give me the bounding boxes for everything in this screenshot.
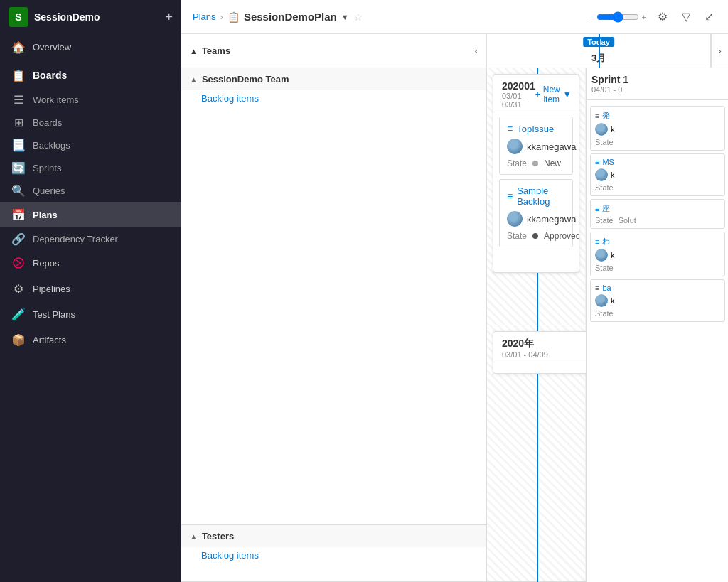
side-item-user-4: k xyxy=(595,249,720,262)
side-item-user-5: k xyxy=(595,294,720,307)
pipelines-icon: ⚙ xyxy=(11,281,26,296)
zoom-plus: + xyxy=(642,13,646,21)
work-item-user-row-topissue: kkamegawa xyxy=(507,139,565,154)
side-item-state-4: State xyxy=(595,264,720,272)
username-topissue: kkamegawa xyxy=(527,141,576,152)
teams-nav-left[interactable]: ‹ xyxy=(475,45,478,56)
testers-sprint-title-area: 2020年 03/01 - 04/09 xyxy=(502,338,548,359)
work-item-title-row-topissue: ≡ TopIssue xyxy=(507,123,565,134)
zoom-slider-container: – + xyxy=(589,11,646,23)
sidebar-item-dependency-tracker[interactable]: 🔗 Dependency Tracker xyxy=(0,227,181,250)
breadcrumb-parent[interactable]: Plans xyxy=(193,11,216,22)
sprint1-date: 04/01 - 0 xyxy=(592,85,724,94)
sprint-card-202001: 202001 03/01 - 03/31 + New item ▼ xyxy=(493,74,579,273)
work-item-title-sample[interactable]: Sample Backlog xyxy=(517,185,565,207)
timeline-row-sessiondemo: 202001 03/01 - 03/31 + New item ▼ xyxy=(487,68,586,325)
team-header-testers[interactable]: ▲ Testers xyxy=(181,525,486,547)
breadcrumb-table-icon: 📋 xyxy=(228,11,240,23)
state-label-topissue: State xyxy=(507,158,527,168)
filter-button[interactable]: ▽ xyxy=(679,7,693,26)
sidebar-item-overview[interactable]: 🏠 Overview xyxy=(0,34,181,60)
side-avatar-2 xyxy=(595,168,608,181)
zoom-minus: – xyxy=(589,13,593,21)
sidebar-item-artifacts-label: Artifacts xyxy=(33,335,66,345)
expand-button[interactable]: ⤢ xyxy=(702,7,717,26)
sidebar-item-repos[interactable]: Repos xyxy=(0,250,181,276)
boards-section-icon: 📋 xyxy=(11,68,26,82)
timeline-nav-right[interactable]: › xyxy=(711,34,728,68)
sidebar-item-sprints-label: Sprints xyxy=(33,163,61,173)
sidebar-header: S SessionDemo + xyxy=(0,0,181,34)
artifacts-icon: 📦 xyxy=(11,333,26,347)
sidebar-section-boards[interactable]: 📋 Boards xyxy=(0,63,181,88)
timeline-row-testers: 2020年 03/01 - 04/09 xyxy=(487,325,586,583)
sprint1-header: Sprint 1 04/01 - 0 xyxy=(587,68,728,100)
team-section-testers: ▲ Testers Backlog items xyxy=(181,525,486,582)
sidebar-item-artifacts[interactable]: 📦 Artifacts xyxy=(0,327,181,352)
timeline-grid: 202001 03/01 - 03/31 + New item ▼ xyxy=(487,68,586,582)
topbar-controls: – + ⚙ ▽ ⤢ xyxy=(589,7,717,26)
sidebar-item-dependency-tracker-label: Dependency Tracker xyxy=(33,234,118,244)
timeline-body: ▲ SessionDemo Team Backlog items ▲ Teste… xyxy=(181,68,728,582)
dropdown-chevron-icon[interactable]: ▼ xyxy=(341,13,349,21)
sidebar-item-overview-label: Overview xyxy=(33,42,71,53)
sidebar-item-backlogs[interactable]: 📃 Backlogs xyxy=(0,134,181,156)
sidebar-item-queries[interactable]: 🔍 Queries xyxy=(0,179,181,202)
add-project-button[interactable]: + xyxy=(165,10,173,25)
zoom-slider[interactable] xyxy=(596,11,639,23)
month-march-col: Today 3月 xyxy=(487,34,711,68)
testers-sprint-title: 2020年 xyxy=(502,338,548,350)
team-name-testers: Testers xyxy=(202,531,234,541)
side-item-title-3: ≡ 座 xyxy=(595,203,720,214)
side-item-3: ≡ 座 State Solut xyxy=(590,199,725,229)
side-item-1: ≡ 発 k State xyxy=(590,106,725,151)
side-item-icon-5: ≡ xyxy=(595,284,599,292)
right-column: Sprint 1 04/01 - 0 ≡ 発 k xyxy=(586,68,728,582)
side-item-title-1: ≡ 発 xyxy=(595,110,720,121)
sprint-header-controls: + New item ▼ ✕ xyxy=(535,85,579,104)
new-item-button[interactable]: + New item ▼ xyxy=(535,85,572,104)
side-item-title-5: ≡ ba xyxy=(595,284,720,292)
sprint-title-area: 202001 03/01 - 03/31 xyxy=(502,80,535,109)
sidebar-item-boards[interactable]: ⊞ Boards xyxy=(0,111,181,134)
side-avatar-4 xyxy=(595,249,608,262)
teams-label: Teams xyxy=(202,45,230,56)
side-item-5: ≡ ba k State xyxy=(590,279,725,322)
sprint1-title: Sprint 1 xyxy=(592,74,724,85)
app-logo: S xyxy=(9,7,28,27)
side-item-user-1: k xyxy=(595,123,720,136)
team-chevron-icon: ▲ xyxy=(190,75,198,84)
team-backlog-link-sessiondemo[interactable]: Backlog items xyxy=(181,90,486,107)
sidebar-item-backlogs-label: Backlogs xyxy=(33,140,70,151)
work-item-title-topissue[interactable]: TopIssue xyxy=(517,124,554,134)
work-items-icon: ☰ xyxy=(11,92,26,107)
side-username-5: k xyxy=(611,296,615,305)
sprint-close-icon[interactable]: ✕ xyxy=(577,90,579,100)
sidebar-item-pipelines-label: Pipelines xyxy=(33,284,70,294)
team-section-sessiondemo: ▲ SessionDemo Team Backlog items xyxy=(181,68,486,525)
side-item-state-2: State xyxy=(595,183,720,192)
team-backlog-link-testers[interactable]: Backlog items xyxy=(181,547,486,564)
side-item-state-1: State xyxy=(595,138,720,146)
sidebar-item-plans[interactable]: 📅 Plans xyxy=(0,202,181,227)
teams-header: ▲ Teams ‹ xyxy=(181,34,487,68)
username-sample: kkamegawa xyxy=(527,214,576,225)
side-username-4: k xyxy=(611,251,615,259)
side-avatar-5 xyxy=(595,294,608,307)
work-item-card-topissue: ≡ TopIssue kkamegawa State xyxy=(499,117,573,175)
work-item-type-icon-topissue: ≡ xyxy=(507,123,513,134)
sidebar-item-pipelines[interactable]: ⚙ Pipelines xyxy=(0,276,181,301)
sidebar-item-test-plans[interactable]: 🧪 Test Plans xyxy=(0,301,181,327)
side-item-title-2: ≡ MS xyxy=(595,158,720,166)
sprint-card-testers: 2020年 03/01 - 04/09 xyxy=(493,331,586,374)
sidebar-item-work-items[interactable]: ☰ Work items xyxy=(0,88,181,111)
favorite-star-icon[interactable]: ☆ xyxy=(353,11,363,23)
testers-chevron-icon: ▲ xyxy=(190,532,198,541)
backlogs-icon: 📃 xyxy=(11,138,26,152)
side-item-icon-3: ≡ xyxy=(595,205,599,213)
topbar: Plans › 📋 SessionDemoPlan ▼ ☆ – + ⚙ ▽ ⤢ xyxy=(181,0,728,34)
team-header-sessiondemo[interactable]: ▲ SessionDemo Team xyxy=(181,68,486,90)
sidebar-item-sprints[interactable]: 🔄 Sprints xyxy=(0,156,181,179)
sidebar-section-boards-label: Boards xyxy=(33,70,67,81)
settings-button[interactable]: ⚙ xyxy=(655,7,670,26)
